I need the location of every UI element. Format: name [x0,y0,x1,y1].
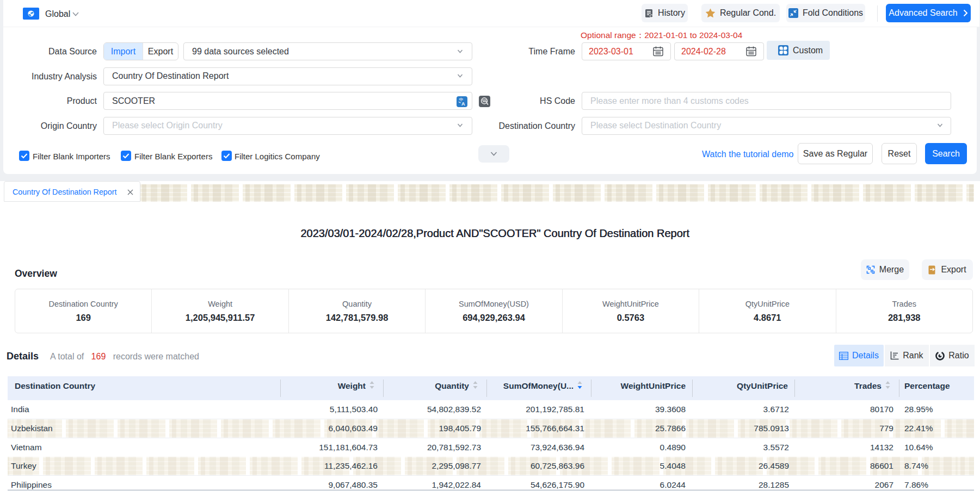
svg-text:A: A [461,101,465,107]
